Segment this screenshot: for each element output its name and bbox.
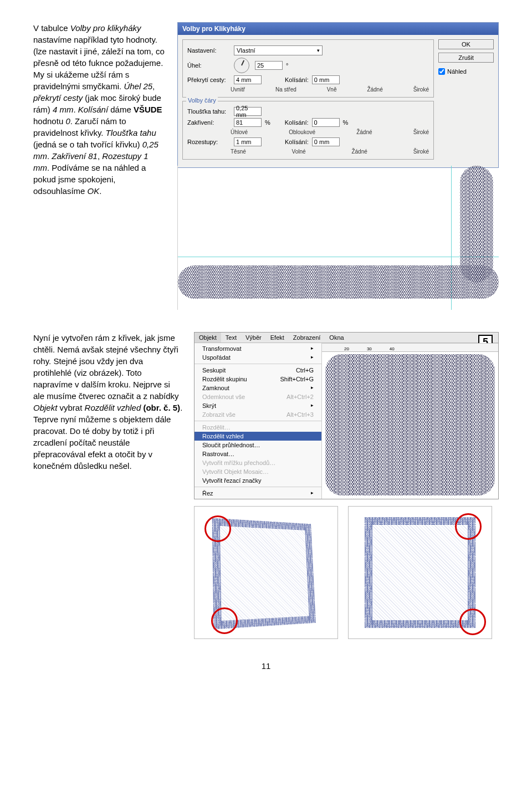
angle-knob-icon[interactable] — [234, 58, 249, 73]
paragraph-1: V tabulce Volby pro klikyháky nastavíme … — [33, 22, 166, 197]
curv-var-input[interactable]: 0 — [312, 118, 340, 127]
mi-zobrazit-vse: Zobrazit všeAlt+Ctrl+3 — [195, 410, 321, 419]
mi-skryt[interactable]: Skrýt▸ — [195, 401, 321, 410]
guide-horizontal — [178, 257, 499, 257]
mi-mosaic: Vytvořit Objekt Mosaic… — [195, 467, 321, 476]
mi-rozdelit: Rozdělit… — [195, 423, 321, 432]
curv-var-label: Kolísání: — [285, 119, 309, 126]
menu-zobrazeni[interactable]: Zobrazení — [289, 333, 325, 343]
fieldset-settings: Nastavení: Vlastní Úhel: 25 ° Překrytí c… — [182, 39, 434, 98]
mi-rozdelit-vzhled[interactable]: Rozdělit vzhled — [195, 432, 321, 441]
space-var-input[interactable]: 0 mm — [312, 137, 340, 146]
mi-rozdelit-skupinu[interactable]: Rozdělit skupinuShift+Ctrl+G — [195, 375, 321, 384]
dialog-title: Volby pro Klikyháky — [178, 23, 498, 35]
menu-objekt[interactable]: Objekt — [195, 333, 221, 343]
angle-input[interactable]: 25 — [255, 61, 283, 70]
mi-rezaci-znacky[interactable]: Vytvořit řezací značky — [195, 476, 321, 485]
overlap-label: Překrytí cesty: — [187, 76, 231, 83]
menu-efekt[interactable]: Efekt — [266, 333, 289, 343]
mi-mrizka: Vytvořit mřížku přechodů… — [195, 458, 321, 467]
highlight-circle-icon — [211, 607, 238, 634]
menu-object: 5 Objekt Text Výběr Efekt Zobrazení Okna… — [194, 332, 499, 499]
frame-segment-vertical — [460, 166, 493, 282]
mi-usporadat[interactable]: Uspořádat▸ — [195, 353, 321, 362]
curvature-label: Zakřivení: — [187, 119, 231, 126]
canvas-frame-preview — [325, 354, 495, 495]
ruler: 203040 — [322, 343, 498, 352]
highlight-circle-icon — [204, 515, 231, 542]
stroke-label: Tloušťka tahu: — [187, 108, 231, 115]
spacing-input[interactable]: 1 mm — [234, 137, 262, 146]
highlight-circle-icon — [459, 609, 486, 635]
page-number: 11 — [33, 661, 499, 671]
mi-seskupit[interactable]: SeskupitCtrl+G — [195, 366, 321, 375]
menu-okna[interactable]: Okna — [325, 333, 348, 343]
variation-input[interactable]: 0 mm — [312, 75, 340, 84]
cancel-button[interactable]: Zrušit — [438, 53, 494, 63]
stroke-input[interactable]: 0,25 mm — [234, 107, 262, 116]
dialog-klikyhaky: Volby pro Klikyháky Nastavení: Vlastní Ú… — [177, 22, 499, 168]
mi-rez[interactable]: Řez▸ — [195, 489, 321, 498]
menu-text[interactable]: Text — [221, 333, 241, 343]
ok-button[interactable]: OK — [438, 39, 494, 49]
preset-dropdown[interactable]: Vlastní — [234, 45, 323, 55]
spacing-label: Rozestupy: — [187, 139, 231, 145]
preset-label: Nastavení: — [187, 47, 231, 54]
curvature-input[interactable]: 81 — [234, 118, 262, 127]
mi-transformovat[interactable]: Transformovat▸ — [195, 344, 321, 353]
menubar: Objekt Text Výběr Efekt Zobrazení Okna — [195, 333, 498, 343]
variation-label: Kolísání: — [285, 76, 309, 83]
angle-label: Úhel: — [187, 62, 231, 69]
overlap-input[interactable]: 4 mm — [234, 75, 262, 84]
mi-sloucit[interactable]: Sloučit průhlednost… — [195, 441, 321, 449]
fieldset-line-label: Volby čáry — [186, 97, 218, 104]
menu-vyber[interactable]: Výběr — [241, 333, 266, 343]
preview-checkbox[interactable]: Náhled — [438, 68, 494, 75]
space-var-label: Kolísání: — [285, 139, 309, 145]
thumbnail-flat — [348, 506, 492, 639]
mi-zamknout[interactable]: Zamknout▸ — [195, 384, 321, 392]
mi-rastrovat[interactable]: Rastrovat… — [195, 449, 321, 458]
thumbnail-skewed — [194, 506, 338, 639]
highlight-circle-icon — [455, 513, 482, 540]
paragraph-2: Nyní je vytvořen rám z křivek, jak jsme … — [33, 332, 183, 472]
frame-segment-horizontal — [178, 265, 499, 299]
mi-odemknout: Odemknout všeAlt+Ctrl+2 — [195, 392, 321, 401]
preview-canvas — [177, 166, 499, 310]
fieldset-line-options: Volby čáry Tloušťka tahu: 0,25 mm Zakřiv… — [182, 101, 434, 160]
